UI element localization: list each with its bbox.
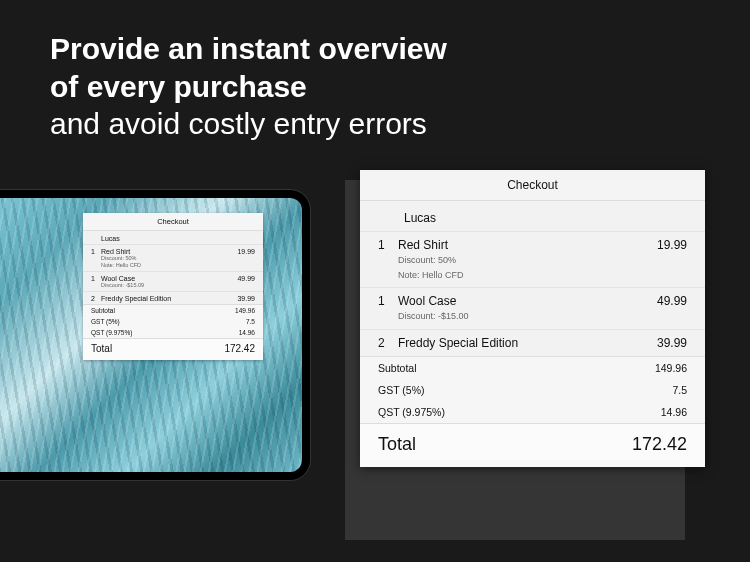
total-value: 172.42 — [632, 434, 687, 455]
item-name: Red Shirt — [398, 238, 632, 252]
summary-value: 7.5 — [246, 318, 255, 325]
total-value: 172.42 — [224, 343, 255, 354]
summary-block: Subtotal 149.96 GST (5%) 7.5 QST (9.975%… — [83, 304, 263, 338]
item-qty: 1 — [91, 275, 101, 282]
summary-label: GST (5%) — [378, 384, 424, 396]
item-price: 19.99 — [632, 238, 687, 252]
item-name-block: Freddy Special Edition — [101, 295, 223, 302]
item-name-block: Red Shirt Discount: 50% Note: Hello CFD — [101, 248, 223, 269]
summary-value: 7.5 — [672, 384, 687, 396]
line-item: 1 Wool Case Discount: -$15.00 49.99 — [360, 287, 705, 329]
item-discount: Discount: 50% — [398, 254, 632, 267]
summary-label: QST (9.975%) — [378, 406, 445, 418]
hero-line2: of every purchase — [50, 68, 700, 106]
summary-label: Subtotal — [378, 362, 417, 374]
hero-text: Provide an instant overview of every pur… — [50, 30, 700, 143]
hero-line1: Provide an instant overview — [50, 30, 700, 68]
item-discount: Discount: -$15.00 — [398, 310, 632, 323]
item-qty: 1 — [378, 238, 398, 252]
customer-name: Lucas — [360, 201, 705, 231]
summary-row: QST (9.975%) 14.96 — [360, 401, 705, 423]
line-item: 2 Freddy Special Edition 39.99 — [83, 291, 263, 304]
hero-line3: and avoid costly entry errors — [50, 105, 700, 143]
item-price: 19.99 — [223, 248, 255, 255]
item-name: Wool Case — [101, 275, 223, 282]
item-name-block: Red Shirt Discount: 50% Note: Hello CFD — [398, 238, 632, 281]
item-name-block: Wool Case Discount: -$15.00 — [398, 294, 632, 323]
item-name: Freddy Special Edition — [101, 295, 223, 302]
summary-value: 149.96 — [655, 362, 687, 374]
item-qty: 1 — [91, 248, 101, 255]
item-note: Note: Hello CFD — [101, 262, 223, 269]
item-price: 49.99 — [223, 275, 255, 282]
item-price: 39.99 — [223, 295, 255, 302]
checkout-panel-small: Checkout Lucas 1 Red Shirt Discount: 50%… — [83, 213, 263, 360]
item-name: Freddy Special Edition — [398, 336, 632, 350]
total-row: Total 172.42 — [360, 423, 705, 467]
checkout-panel-large: Checkout Lucas 1 Red Shirt Discount: 50%… — [360, 170, 705, 467]
item-name-block: Wool Case Discount: -$15.09 — [101, 275, 223, 289]
summary-label: Subtotal — [91, 307, 115, 314]
summary-value: 149.96 — [235, 307, 255, 314]
summary-block: Subtotal 149.96 GST (5%) 7.5 QST (9.975%… — [360, 356, 705, 423]
item-discount: Discount: -$15.09 — [101, 282, 223, 289]
item-name: Red Shirt — [101, 248, 223, 255]
line-item: 1 Red Shirt Discount: 50% Note: Hello CF… — [83, 244, 263, 271]
summary-row: Subtotal 149.96 — [360, 357, 705, 379]
item-discount: Discount: 50% — [101, 255, 223, 262]
item-price: 49.99 — [632, 294, 687, 308]
summary-row: GST (5%) 7.5 — [83, 316, 263, 327]
summary-label: GST (5%) — [91, 318, 120, 325]
total-row: Total 172.42 — [83, 338, 263, 360]
checkout-title: Checkout — [83, 213, 263, 231]
tablet-device: Checkout Lucas 1 Red Shirt Discount: 50%… — [0, 190, 310, 480]
customer-name: Lucas — [83, 231, 263, 244]
item-qty: 2 — [91, 295, 101, 302]
summary-row: Subtotal 149.96 — [83, 305, 263, 316]
checkout-title: Checkout — [360, 170, 705, 201]
summary-value: 14.96 — [239, 329, 255, 336]
item-qty: 2 — [378, 336, 398, 350]
item-qty: 1 — [378, 294, 398, 308]
summary-label: QST (9.975%) — [91, 329, 132, 336]
item-name-block: Freddy Special Edition — [398, 336, 632, 350]
summary-value: 14.96 — [661, 406, 687, 418]
total-label: Total — [378, 434, 416, 455]
summary-row: GST (5%) 7.5 — [360, 379, 705, 401]
line-item: 1 Red Shirt Discount: 50% Note: Hello CF… — [360, 231, 705, 287]
item-name: Wool Case — [398, 294, 632, 308]
item-price: 39.99 — [632, 336, 687, 350]
total-label: Total — [91, 343, 112, 354]
tablet-screen: Checkout Lucas 1 Red Shirt Discount: 50%… — [0, 198, 302, 472]
item-note: Note: Hello CFD — [398, 269, 632, 282]
summary-row: QST (9.975%) 14.96 — [83, 327, 263, 338]
line-item: 1 Wool Case Discount: -$15.09 49.99 — [83, 271, 263, 291]
line-item: 2 Freddy Special Edition 39.99 — [360, 329, 705, 356]
